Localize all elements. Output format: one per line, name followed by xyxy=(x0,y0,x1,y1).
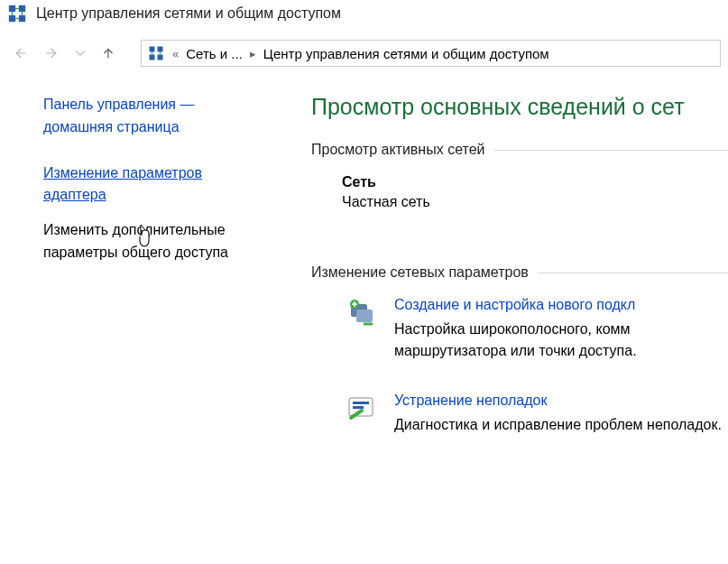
navigation-bar: « Сеть и ... ▸ Центр управления сетями и… xyxy=(0,32,728,78)
troubleshoot-desc: Диагностика и исправление проблем непола… xyxy=(394,414,722,436)
svg-rect-1 xyxy=(19,5,25,12)
svg-rect-0 xyxy=(9,5,15,12)
new-connection-desc: Настройка широкополосного, комм маршрути… xyxy=(394,319,728,362)
active-network-block: Сеть Частная сеть xyxy=(311,174,728,210)
new-connection-link[interactable]: Создание и настройка нового подкл xyxy=(394,297,728,313)
back-button[interactable] xyxy=(7,41,32,66)
svg-rect-19 xyxy=(353,406,364,409)
section-label: Изменение сетевых параметров xyxy=(311,264,529,281)
section-change-settings: Изменение сетевых параметров xyxy=(311,264,728,281)
link-line: Изменить дополнительные xyxy=(43,222,226,237)
svg-rect-15 xyxy=(356,310,373,322)
link-line: Изменение параметров xyxy=(43,165,202,180)
recent-dropdown[interactable] xyxy=(72,41,88,66)
option-troubleshoot: Устранение неполадок Диагностика и испра… xyxy=(311,393,728,436)
window-title: Центр управления сетями и общим доступом xyxy=(36,5,341,22)
svg-rect-10 xyxy=(150,55,155,60)
divider xyxy=(538,273,728,273)
svg-rect-2 xyxy=(9,15,15,22)
svg-rect-18 xyxy=(353,402,369,404)
svg-rect-11 xyxy=(158,55,163,60)
link-line: домашняя страница xyxy=(43,119,180,134)
network-name: Сеть xyxy=(342,174,728,190)
svg-rect-9 xyxy=(158,47,163,52)
link-line: параметры общего доступа xyxy=(43,245,228,260)
link-line: Панель управления — xyxy=(43,97,194,112)
section-active-networks: Просмотр активных сетей xyxy=(311,142,728,158)
link-line: адаптера xyxy=(43,187,106,202)
troubleshoot-link[interactable]: Устранение неполадок xyxy=(394,393,722,409)
option-new-connection: Создание и настройка нового подкл Настро… xyxy=(311,297,728,362)
chevron-right-icon[interactable]: ▸ xyxy=(248,47,258,60)
control-panel-home-link[interactable]: Панель управления — домашняя страница xyxy=(43,94,286,139)
svg-rect-3 xyxy=(19,15,25,22)
network-type: Частная сеть xyxy=(342,190,728,210)
titlebar: Центр управления сетями и общим доступом xyxy=(0,0,728,32)
page-title: Просмотр основных сведений о сет xyxy=(311,94,728,120)
breadcrumb-overflow[interactable]: « xyxy=(170,47,180,60)
svg-rect-8 xyxy=(150,47,155,52)
up-button[interactable] xyxy=(96,41,121,66)
breadcrumb-seg-network[interactable]: Сеть и ... xyxy=(186,46,243,61)
network-center-icon xyxy=(7,4,27,23)
breadcrumb-seg-center[interactable]: Центр управления сетями и общим доступом xyxy=(263,46,549,61)
address-bar[interactable]: « Сеть и ... ▸ Центр управления сетями и… xyxy=(141,40,721,67)
forward-button[interactable] xyxy=(40,41,65,66)
sidebar: Панель управления — домашняя страница Из… xyxy=(0,94,311,467)
main-panel: Просмотр основных сведений о сет Просмот… xyxy=(311,94,728,467)
network-center-icon xyxy=(147,44,165,62)
adapter-settings-link[interactable]: Изменение параметров адаптера xyxy=(43,162,286,208)
new-connection-icon xyxy=(346,297,378,329)
section-label: Просмотр активных сетей xyxy=(311,142,485,158)
troubleshoot-icon xyxy=(346,393,378,425)
advanced-sharing-link[interactable]: Изменить дополнительные параметры общего… xyxy=(43,219,286,264)
divider xyxy=(494,150,729,151)
